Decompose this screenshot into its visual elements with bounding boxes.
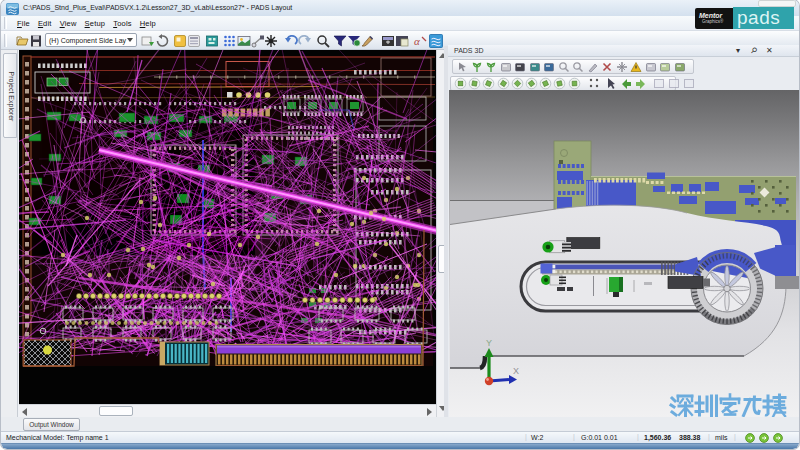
svg-text:α: α	[414, 35, 420, 47]
svg-text:Y: Y	[486, 338, 492, 348]
svg-text:X: X	[513, 366, 519, 376]
